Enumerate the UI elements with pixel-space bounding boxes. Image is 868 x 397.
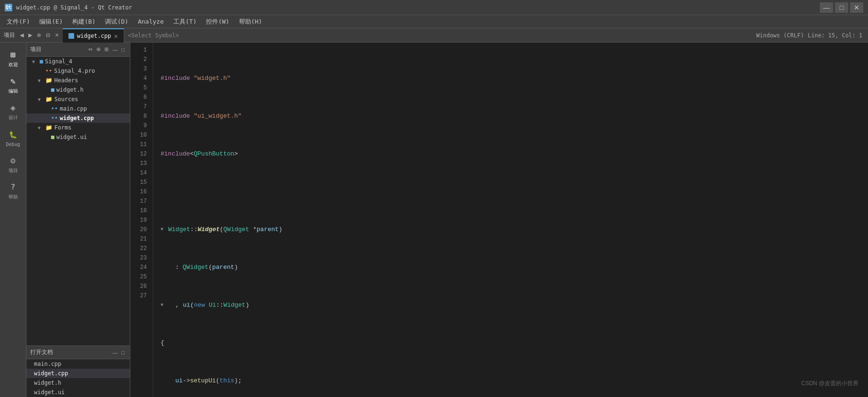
tab-menu[interactable]: ⊕ [35,31,43,39]
open-docs-controls: — □ [111,349,126,356]
sidebar-item-edit[interactable]: ✎ 编辑 [2,73,25,97]
arrow-headers: ▼ [38,78,43,83]
window-title: widget.cpp @ Signal_4 - Qt Creator [16,4,820,11]
ln-13: 13 [130,159,147,168]
ln-23: 23 [130,253,147,263]
menu-item-h[interactable]: 帮助(H) [234,17,267,27]
fold-arrow-5[interactable]: ▼ [161,225,166,234]
ln-21: 21 [130,234,147,244]
design-label: 设计 [9,114,18,121]
tree-header-left: 项目 [30,45,42,53]
sidebar-item-design[interactable]: ◈ 设计 [2,99,25,124]
tab-nav-back[interactable]: ◀ [18,31,26,39]
code-editor[interactable]: 1 2 3 4 5 6 7 8 9 10 11 12 13 14 15 16 1… [130,43,868,397]
sidebar-item-help[interactable]: ? 帮助 [2,179,25,203]
menu-item-w[interactable]: 控件(W) [201,17,234,27]
open-docs-ctrl2[interactable]: □ [120,349,126,356]
arrow-signal4: ▼ [32,59,38,64]
open-doc-widget-cpp-label: widget.cpp [34,370,68,377]
open-docs-header: 打开文档 — □ [26,346,130,359]
ln-8: 8 [130,112,147,121]
ln-11: 11 [130,140,147,149]
pro-label: Signal_4.pro [54,68,95,74]
sidebar-item-project[interactable]: ⚙ 项目 [2,152,25,177]
line-numbers: 1 2 3 4 5 6 7 8 9 10 11 12 13 14 15 16 1… [130,43,153,397]
tree-filter-btn[interactable]: ⇔ [87,46,94,53]
fold-arrow-7[interactable]: ▼ [161,301,166,310]
main-layout: ⊞ 欢迎 ✎ 编辑 ◈ 设计 🐛 Debug ⚙ 项目 ? 帮助 项目 [0,43,868,397]
tree-item-headers[interactable]: ▼ 📁 Headers [26,76,130,85]
menu-item-e[interactable]: 编辑(E) [34,17,67,27]
minimize-button[interactable]: — [820,2,833,13]
edit-icon: ✎ [8,76,18,86]
tree-item-widget-cpp[interactable]: •• widget.cpp [26,113,130,123]
open-doc-widget-h-label: widget.h [34,380,61,386]
sources-folder-icon: 📁 [45,96,52,103]
menu-item-b[interactable]: 构建(B) [68,17,100,27]
ln-17: 17 [130,197,147,206]
arrow-forms: ▼ [38,125,43,130]
app-icon: Qt [5,4,12,11]
ln-22: 22 [130,244,147,253]
tree-item-main-cpp[interactable]: •• main.cpp [26,104,130,113]
widget-h-label: widget.h [56,86,84,93]
menu-bar: 文件(F)编辑(E)构建(B)调试(D)Analyze工具(T)控件(W)帮助(… [0,15,868,28]
tab-controls: 项目 ◀ ▶ ⊕ ⊟ ✕ [0,31,63,39]
widget-cpp-icon: •• [51,115,58,121]
active-tab[interactable]: widget.cpp ✕ [63,28,124,43]
open-doc-widget-h[interactable]: widget.h [26,378,130,388]
menu-item-f[interactable]: 文件(F) [2,17,34,27]
close-button[interactable]: ✕ [850,2,863,13]
ln-15: 15 [130,178,147,187]
tab-file-icon [68,33,74,39]
tree-item-pro[interactable]: •• Signal_4.pro [26,66,130,76]
tree-sync-btn[interactable]: ⊕ [95,46,102,53]
watermark: CSDN @皮蛋的小世界 [801,380,859,388]
widget-cpp-label: widget.cpp [60,115,94,121]
help-icon: ? [8,181,18,192]
sidebar-item-debug[interactable]: 🐛 Debug [2,126,25,150]
code-line-8: { [161,338,868,348]
tree-min-btn[interactable]: — [111,46,119,53]
tree-item-widget-h[interactable]: ■ widget.h [26,85,130,95]
cursor-position: Line: 15, Col: 1 [808,32,862,39]
code-lines: #include "widget.h" #include "ui_widget.… [153,43,868,397]
ln-20: 20 [130,225,147,234]
code-line-5: ▼ Widget::Widget(QWidget *parent) [161,225,868,234]
debug-label: Debug [6,142,20,147]
maximize-button[interactable]: □ [835,2,848,13]
menu-item-analyze[interactable]: Analyze [133,17,169,26]
tree-close-btn[interactable]: ⊞ [103,46,110,53]
project-file-icon: ■ [40,58,43,65]
sidebar-item-welcome[interactable]: ⊞ 欢迎 [2,46,25,71]
open-docs-list: main.cpp widget.cpp widget.h widget.ui [26,359,130,397]
ln-18: 18 [130,206,147,216]
tree-item-sources[interactable]: ▼ 📁 Sources [26,95,130,104]
open-docs-ctrl1[interactable]: — [111,349,119,356]
tab-close-icon[interactable]: ✕ [114,32,118,40]
open-doc-widget-cpp[interactable]: widget.cpp [26,369,130,378]
open-doc-main-cpp[interactable]: main.cpp [26,359,130,369]
line-ending-info: Windows (CRLF) [756,32,804,39]
tree-item-signal4[interactable]: ▼ ■ Signal_4 [26,57,130,66]
forms-folder-icon: 📁 [45,124,52,131]
select-symbol[interactable]: <Select Symbol> [128,32,179,39]
menu-item-t[interactable]: 工具(T) [169,17,201,27]
tree-item-forms[interactable]: ▼ 📁 Forms [26,123,130,132]
tab-split[interactable]: ⊟ [44,31,52,39]
edit-label: 编辑 [9,88,18,95]
code-line-6: : QWidget(parent) [161,263,868,272]
sidebar-icons: ⊞ 欢迎 ✎ 编辑 ◈ 设计 🐛 Debug ⚙ 项目 ? 帮助 [0,43,26,397]
ln-6: 6 [130,93,147,102]
tree-header-label: 项目 [30,45,42,53]
debug-icon: 🐛 [8,129,18,140]
tree-max-btn[interactable]: □ [120,46,126,53]
tab-close-all[interactable]: ✕ [53,31,61,39]
tree-header-controls: ⇔ ⊕ ⊞ — □ [87,46,126,53]
open-doc-widget-ui[interactable]: widget.ui [26,388,130,397]
menu-item-d[interactable]: 调试(D) [100,17,133,27]
ln-19: 19 [130,216,147,225]
tree-item-widget-ui[interactable]: ■ widget.ui [26,132,130,142]
code-line-9: ui->setupUi(this); [161,376,868,386]
tab-nav-fwd[interactable]: ▶ [26,31,34,39]
